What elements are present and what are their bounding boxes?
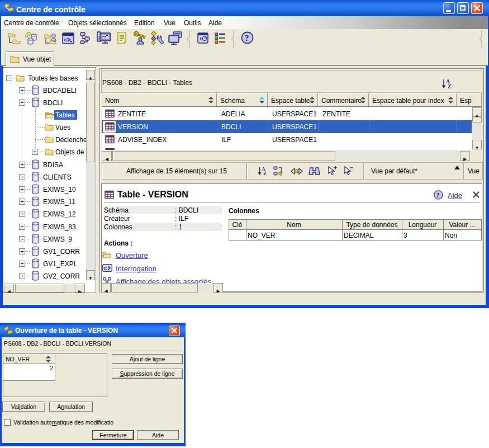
- svg-text:Z: Z: [448, 83, 452, 89]
- svg-text:c: c: [64, 37, 67, 43]
- svg-text:?: ?: [245, 34, 249, 43]
- svg-text:Z: Z: [263, 171, 267, 176]
- svg-text:?: ?: [436, 191, 440, 199]
